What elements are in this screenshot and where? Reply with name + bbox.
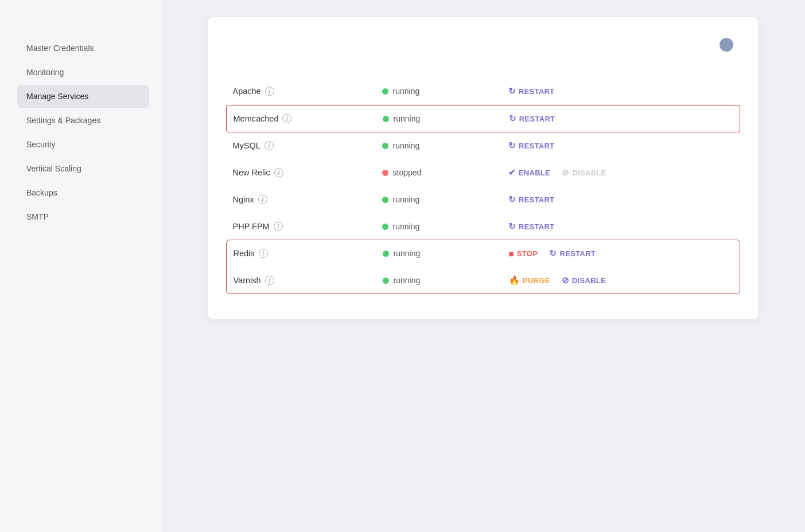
info-icon[interactable]: i [258, 195, 267, 204]
control-label: DISABLE [572, 276, 606, 285]
sidebar: Master CredentialsMonitoringManage Servi… [0, 0, 161, 532]
control-label: RESTART [519, 115, 555, 123]
main-content: Apacheirunning↻RESTARTMemcachedirunning↻… [161, 0, 805, 532]
enable-icon: ✔ [508, 167, 516, 178]
control-btn-restart[interactable]: ↻RESTART [508, 140, 555, 151]
status-dot-running [383, 277, 389, 284]
info-icon[interactable]: i [282, 114, 291, 123]
control-cell: ↻RESTART [508, 194, 733, 205]
stop-icon: ■ [509, 249, 514, 259]
status-label: running [393, 195, 420, 204]
table-row: MySQLirunning↻RESTART [233, 132, 733, 159]
status-label: running [394, 249, 421, 258]
control-cell: ■STOP↻RESTART [509, 248, 733, 259]
control-btn-disable[interactable]: ⊘DISABLE [562, 167, 606, 178]
status-cell: running [383, 114, 509, 123]
info-icon[interactable]: i [259, 249, 268, 258]
status-cell: running [382, 87, 508, 96]
control-label: PURGE [523, 276, 550, 285]
status-dot-running [382, 197, 388, 203]
control-btn-disable-active[interactable]: ⊘DISABLE [562, 275, 606, 285]
status-cell: running [382, 195, 508, 204]
status-dot-running [383, 116, 389, 122]
restart-icon: ↻ [508, 86, 516, 96]
control-cell: ↻RESTART [509, 114, 733, 124]
control-label: RESTART [519, 87, 555, 96]
restart-icon: ↻ [549, 248, 557, 259]
control-btn-stop[interactable]: ■STOP [509, 249, 538, 259]
status-label: running [394, 276, 421, 285]
control-label: RESTART [519, 222, 555, 231]
restart-icon: ↻ [508, 194, 516, 205]
sidebar-item-monitoring[interactable]: Monitoring [17, 61, 149, 84]
sidebar-item-vertical-scaling[interactable]: Vertical Scaling [17, 157, 149, 180]
disable-icon: ⊘ [562, 167, 569, 178]
status-cell: running [382, 222, 508, 231]
control-label: RESTART [519, 195, 555, 204]
service-name-label: MySQL [233, 141, 260, 150]
status-label: running [393, 87, 420, 96]
service-name-label: New Relic [233, 168, 270, 177]
service-cell-mysql: MySQLi [233, 141, 382, 150]
status-cell: running [383, 276, 509, 285]
manage-services-card: Apacheirunning↻RESTARTMemcachedirunning↻… [208, 17, 759, 319]
control-cell: ↻RESTART [508, 140, 733, 151]
service-cell-memcached: Memcachedi [234, 114, 383, 123]
control-btn-restart[interactable]: ↻RESTART [508, 194, 555, 205]
table-row: Memcachedirunning↻RESTART [226, 105, 740, 132]
control-label: STOP [517, 249, 538, 258]
service-cell-varnish: Varnishi [234, 276, 383, 285]
status-dot-running [382, 88, 388, 95]
service-name-label: Varnish [234, 276, 261, 285]
service-name-label: Nginx [233, 195, 254, 204]
control-btn-purge[interactable]: 🔥PURGE [509, 275, 550, 285]
sidebar-item-security[interactable]: Security [17, 133, 149, 156]
sidebar-item-manage-services[interactable]: Manage Services [17, 85, 149, 108]
service-cell-nginx: Nginxi [233, 195, 382, 204]
control-cell: ↻RESTART [508, 86, 733, 96]
service-cell-new-relic: New Relici [233, 168, 382, 177]
info-icon[interactable]: i [265, 276, 274, 285]
card-header [233, 38, 733, 52]
sidebar-item-backups[interactable]: Backups [17, 181, 149, 204]
table-row: PHP FPMirunning↻RESTART [233, 213, 733, 240]
info-icon[interactable]: i [265, 87, 274, 96]
control-btn-restart[interactable]: ↻RESTART [509, 114, 555, 124]
table-row: Apacheirunning↻RESTART [233, 78, 733, 105]
services-table: Apacheirunning↻RESTARTMemcachedirunning↻… [233, 70, 733, 294]
service-name-label: PHP FPM [233, 222, 270, 231]
control-btn-restart[interactable]: ↻RESTART [508, 86, 555, 96]
status-cell: stopped [382, 168, 508, 177]
info-icon[interactable]: i [265, 141, 274, 150]
disable-active-icon: ⊘ [562, 275, 569, 285]
info-icon[interactable]: i [274, 222, 283, 231]
status-dot-running [382, 143, 388, 149]
info-icon[interactable]: i [274, 168, 283, 177]
grouped-rows: Redisirunning■STOP↻RESTARTVarnishirunnin… [226, 240, 740, 294]
help-icon[interactable] [720, 38, 733, 52]
control-btn-enable[interactable]: ✔ENABLE [508, 167, 551, 178]
restart-icon: ↻ [508, 140, 516, 151]
sidebar-nav: Master CredentialsMonitoringManage Servi… [17, 37, 149, 228]
control-label: DISABLE [572, 169, 606, 177]
control-label: ENABLE [519, 169, 550, 177]
table-header [233, 70, 733, 76]
service-cell-apache: Apachei [233, 87, 382, 96]
control-label: RESTART [560, 249, 596, 258]
table-row: Nginxirunning↻RESTART [233, 186, 733, 213]
status-label: running [393, 141, 420, 150]
service-name-label: Apache [233, 87, 261, 96]
table-row: Redisirunning■STOP↻RESTART [234, 240, 733, 267]
service-cell-php-fpm: PHP FPMi [233, 222, 382, 231]
status-dot-running [382, 224, 388, 230]
status-dot-running [383, 251, 389, 257]
control-btn-restart[interactable]: ↻RESTART [508, 221, 555, 232]
sidebar-item-settings-&-packages[interactable]: Settings & Packages [17, 109, 149, 132]
status-cell: running [383, 249, 509, 258]
sidebar-item-smtp[interactable]: SMTP [17, 205, 149, 228]
status-cell: running [382, 141, 508, 150]
table-row: New Relicistopped✔ENABLE⊘DISABLE [233, 159, 733, 186]
sidebar-item-master-credentials[interactable]: Master Credentials [17, 37, 149, 60]
control-btn-restart[interactable]: ↻RESTART [549, 248, 596, 259]
purge-icon: 🔥 [509, 275, 520, 285]
